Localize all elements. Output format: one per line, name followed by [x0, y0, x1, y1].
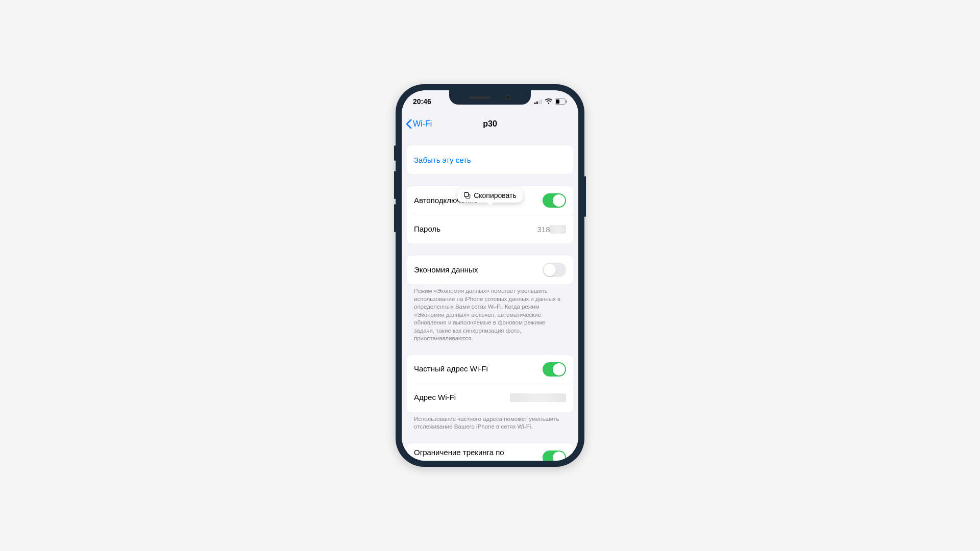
chevron-left-icon	[406, 119, 412, 129]
side-button	[394, 145, 396, 161]
back-button[interactable]: Wi-Fi	[406, 119, 432, 129]
svg-rect-8	[464, 193, 469, 197]
svg-rect-3	[541, 99, 542, 104]
limit-tracking-toggle[interactable]	[543, 450, 566, 461]
private-address-group: Частный адрес Wi-Fi Адрес Wi-Fi ██:██:██…	[407, 355, 573, 412]
battery-icon	[555, 98, 567, 105]
low-data-row[interactable]: Экономия данных	[407, 256, 573, 284]
svg-rect-5	[556, 99, 559, 104]
copy-icon	[463, 192, 471, 199]
private-address-row[interactable]: Частный адрес Wi-Fi	[407, 355, 573, 384]
settings-content[interactable]: Забыть эту сеть Автоподключение Пароль 3…	[402, 135, 578, 461]
side-button	[394, 204, 396, 232]
forget-group: Забыть эту сеть	[407, 145, 573, 174]
status-time: 20:46	[413, 97, 431, 106]
forget-network-label: Забыть эту сеть	[414, 156, 471, 164]
side-button	[584, 176, 586, 217]
limit-tracking-group: Ограничение трекинга по IP-адресу	[407, 443, 573, 461]
nav-bar: Wi-Fi p30	[402, 113, 578, 135]
low-data-note: Режим «Экономия данных» помогает уменьши…	[407, 284, 573, 343]
wifi-mac-label: Адрес Wi-Fi	[414, 393, 456, 403]
limit-tracking-row[interactable]: Ограничение трекинга по IP-адресу	[407, 443, 573, 461]
limit-tracking-label: Ограничение трекинга по IP-адресу	[414, 448, 516, 461]
wifi-mac-value: ██:██:██:██:██	[510, 393, 566, 402]
cellular-icon	[534, 99, 543, 104]
notch	[449, 90, 531, 105]
password-row[interactable]: Пароль 318••••••	[407, 215, 573, 243]
private-address-label: Частный адрес Wi-Fi	[414, 364, 488, 374]
copy-popover[interactable]: Скопировать	[457, 188, 523, 203]
forget-network-button[interactable]: Забыть эту сеть	[407, 145, 573, 174]
low-data-group: Экономия данных	[407, 256, 573, 284]
svg-rect-2	[538, 101, 540, 104]
private-address-toggle[interactable]	[543, 362, 566, 377]
phone-screen: 20:46 Wi-Fi p30	[402, 90, 578, 461]
auto-join-toggle[interactable]	[543, 193, 566, 208]
wifi-mac-row[interactable]: Адрес Wi-Fi ██:██:██:██:██	[407, 384, 573, 412]
wifi-icon	[545, 98, 553, 105]
svg-rect-6	[566, 101, 567, 103]
low-data-toggle[interactable]	[543, 263, 566, 277]
password-value: 318••••••	[537, 225, 566, 234]
password-label: Пароль	[414, 224, 440, 234]
back-label: Wi-Fi	[413, 119, 432, 129]
side-button	[394, 171, 396, 199]
copy-label: Скопировать	[474, 191, 517, 199]
private-address-note: Использование частного адреса поможет ум…	[407, 412, 573, 431]
low-data-label: Экономия данных	[414, 265, 478, 275]
svg-rect-1	[536, 102, 538, 104]
svg-rect-0	[534, 103, 536, 104]
phone-frame: 20:46 Wi-Fi p30	[396, 84, 584, 467]
